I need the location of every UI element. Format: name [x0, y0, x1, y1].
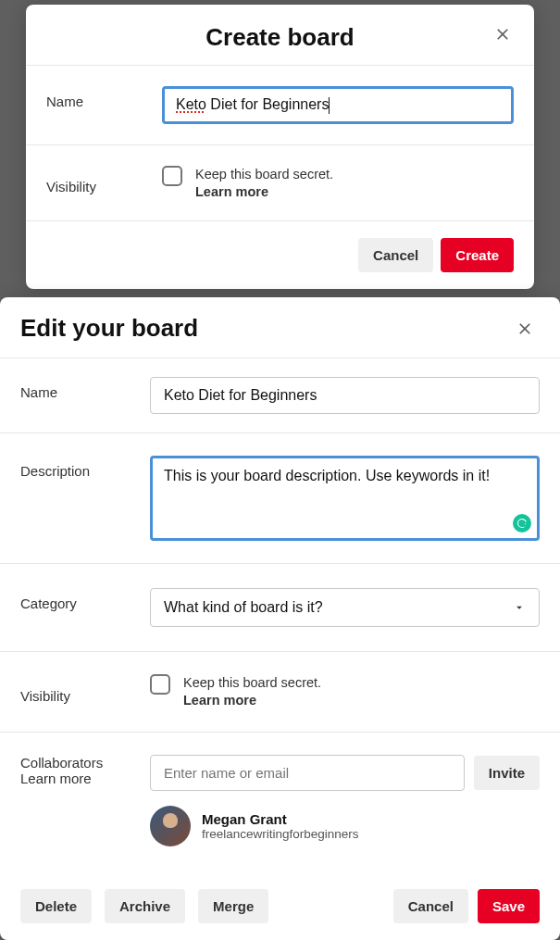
modal-header: Create board — [26, 5, 534, 66]
learn-more-link[interactable]: Learn more — [195, 184, 268, 199]
collaborator-name: Megan Grant — [202, 811, 359, 827]
name-row: Name — [0, 358, 560, 433]
edit-board-modal: Edit your board Name Description This is… — [0, 297, 560, 940]
collaborators-row: Collaborators Learn more Invite Megan Gr… — [0, 733, 560, 874]
avatar — [150, 806, 191, 846]
secret-checkbox[interactable] — [150, 674, 170, 695]
modal-footer: Delete Archive Merge Cancel Save — [0, 874, 560, 940]
create-board-modal: Create board Name Keto Diet for Beginner… — [26, 5, 534, 289]
modal-title: Edit your board — [20, 314, 198, 343]
description-input[interactable]: This is your board description. Use keyw… — [150, 456, 540, 541]
secret-label: Keep this board secret. Learn more — [195, 166, 333, 201]
close-icon — [493, 25, 512, 44]
category-select[interactable]: What kind of board is it? — [150, 588, 540, 627]
close-icon — [516, 320, 534, 338]
save-button[interactable]: Save — [478, 889, 540, 923]
visibility-label: Visibility — [20, 681, 150, 704]
name-label: Name — [20, 377, 150, 400]
learn-more-link[interactable]: Learn more — [183, 693, 256, 708]
cancel-button[interactable]: Cancel — [358, 238, 433, 272]
modal-title: Create board — [205, 23, 354, 52]
secret-checkbox[interactable] — [162, 166, 182, 186]
collaborators-label: Collaborators Learn more — [20, 755, 150, 786]
name-label: Name — [46, 86, 162, 109]
collaborator-input[interactable] — [150, 755, 465, 791]
archive-button[interactable]: Archive — [105, 889, 185, 923]
description-label: Description — [20, 456, 150, 479]
visibility-row: Visibility Keep this board secret. Learn… — [26, 145, 534, 222]
category-row: Category What kind of board is it? — [0, 564, 560, 652]
modal-header: Edit your board — [0, 297, 560, 358]
grammarly-icon[interactable] — [513, 514, 531, 533]
collaborator-item: Megan Grant freelancewritingforbeginners — [150, 806, 540, 846]
collaborators-learn-more-link[interactable]: Learn more — [20, 771, 150, 786]
name-input[interactable] — [150, 377, 540, 414]
chevron-down-icon — [513, 601, 526, 614]
visibility-label: Visibility — [46, 171, 162, 194]
secret-label: Keep this board secret. Learn more — [183, 674, 321, 709]
name-row: Name Keto Diet for Beginners — [26, 66, 534, 145]
invite-button[interactable]: Invite — [474, 756, 540, 790]
close-button[interactable] — [490, 21, 516, 47]
cancel-button[interactable]: Cancel — [393, 889, 468, 923]
create-button[interactable]: Create — [441, 238, 514, 272]
modal-footer: Cancel Create — [26, 221, 534, 289]
merge-button[interactable]: Merge — [198, 889, 268, 923]
close-button[interactable] — [512, 316, 538, 342]
collaborator-handle: freelancewritingforbeginners — [202, 827, 359, 841]
delete-button[interactable]: Delete — [20, 889, 92, 923]
category-label: Category — [20, 588, 150, 611]
visibility-row: Visibility Keep this board secret. Learn… — [0, 652, 560, 733]
name-input[interactable]: Keto Diet for Beginners — [162, 86, 514, 124]
description-row: Description This is your board descripti… — [0, 433, 560, 564]
